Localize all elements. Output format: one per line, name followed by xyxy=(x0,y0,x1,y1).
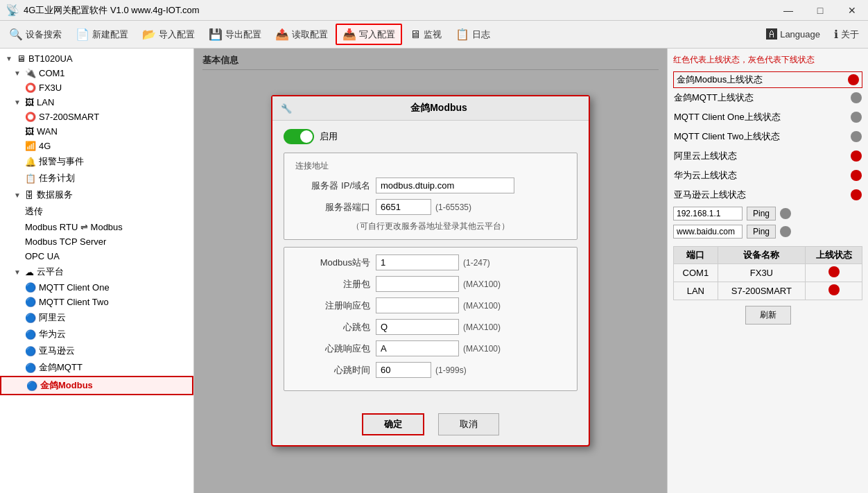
status-huawei-label: 华为云上线状态 xyxy=(674,169,737,182)
sidebar-item-huawei[interactable]: 🔵 华为云 xyxy=(0,326,193,343)
table-row: LAN S7-200SMART xyxy=(674,282,862,300)
monitor-button[interactable]: 🖥 监视 xyxy=(403,25,448,44)
expand-arrow: ▼ xyxy=(6,55,14,62)
ping-input-2[interactable] xyxy=(673,225,743,239)
col-port: 端口 xyxy=(674,247,718,264)
alarm-icon: 🔔 xyxy=(25,157,36,167)
sidebar-item-opc-ua[interactable]: OPC UA xyxy=(0,249,193,263)
sidebar-item-4g[interactable]: ▶ 📶 4G xyxy=(0,139,193,153)
modbus-id-label: Modbus站号 xyxy=(293,257,376,269)
heartbeat-ack-input[interactable] xyxy=(376,340,459,356)
search-button[interactable]: 🔍 设备搜索 xyxy=(3,24,68,44)
amazon-icon: 🔵 xyxy=(25,346,36,356)
log-icon: 📋 xyxy=(455,28,469,41)
sidebar-item-lan[interactable]: ▼ 🖼 LAN xyxy=(0,95,193,110)
connection-legend: 连接地址 xyxy=(293,160,568,172)
ping-button-2[interactable]: Ping xyxy=(747,225,776,239)
sidebar-item-modbus-rtu[interactable]: Modbus RTU ⇌ Modbus xyxy=(0,220,193,234)
col-status: 上线状态 xyxy=(806,247,862,264)
sidebar-item-com1[interactable]: ▼ 🔌 COM1 xyxy=(0,66,193,80)
status-mqtt1: MQTT Client One上线状态 xyxy=(673,107,862,127)
sidebar-item-cloud[interactable]: ▼ ☁ 云平台 xyxy=(0,263,193,280)
table-row: COM1 FX3U xyxy=(674,264,862,282)
mqtt1-icon: 🔵 xyxy=(25,282,36,293)
sidebar-item-task[interactable]: ▶ 📋 任务计划 xyxy=(0,170,193,187)
sidebar-item-bt1020u[interactable]: ▼ 🖥 BT1020UA xyxy=(0,51,193,66)
maximize-button[interactable]: □ xyxy=(804,0,836,21)
sidebar-item-alarm[interactable]: ▶ 🔔 报警与事件 xyxy=(0,153,193,170)
write-config-button[interactable]: 📥 写入配置 xyxy=(336,24,402,45)
heartbeat-label: 心跳包 xyxy=(293,321,376,334)
sidebar-item-jinghe-modbus[interactable]: 🔵 金鸽Modbus xyxy=(0,376,193,395)
status-mqtt1-label: MQTT Client One上线状态 xyxy=(674,111,781,123)
col-device: 设备名称 xyxy=(718,247,805,264)
register-label: 注册包 xyxy=(293,278,376,291)
register-row: 注册包 (MAX100) xyxy=(293,276,568,292)
sidebar-item-aliyun[interactable]: 🔵 阿里云 xyxy=(0,309,193,326)
register-input[interactable] xyxy=(376,276,459,292)
heartbeat-max: (MAX100) xyxy=(463,322,501,332)
register-ack-row: 注册响应包 (MAX100) xyxy=(293,297,568,313)
sidebar-item-mqtt1[interactable]: 🔵 MQTT Client One xyxy=(0,280,193,295)
sidebar-item-fx3u[interactable]: ⭕ FX3U xyxy=(0,80,193,95)
settings-group: Modbus站号 (1-247) 注册包 (MAX100) 注册响应包 xyxy=(284,247,578,391)
4g-icon: 📶 xyxy=(25,141,36,151)
ping-button-1[interactable]: Ping xyxy=(747,207,776,220)
sidebar-item-s7200[interactable]: ⭕ S7-200SMART xyxy=(0,110,193,124)
read-config-button[interactable]: 📤 读取配置 xyxy=(269,24,334,44)
sidebar-item-amazon[interactable]: 🔵 亚马逊云 xyxy=(0,343,193,359)
sidebar-item-data-service[interactable]: ▼ 🗄 数据服务 xyxy=(0,187,193,203)
server-ip-label: 服务器 IP/域名 xyxy=(293,180,376,192)
row-device-2: S7-200SMART xyxy=(718,282,805,300)
status-huawei: 华为云上线状态 xyxy=(673,166,862,185)
server-ip-row: 服务器 IP/域名 xyxy=(293,178,568,193)
read-icon: 📤 xyxy=(275,28,289,41)
heartbeat-input[interactable] xyxy=(376,319,459,335)
modal-title: 金鸽Modbus xyxy=(297,102,580,114)
titlebar: 📡 4G工业网关配置软件 V1.0 www.4g-IOT.com — □ ✕ xyxy=(0,0,868,21)
bt1020u-icon: 🖥 xyxy=(17,53,26,64)
cancel-button[interactable]: 取消 xyxy=(438,413,499,435)
aliyun-icon: 🔵 xyxy=(25,313,36,323)
sidebar-item-wan[interactable]: ▶ 🖼 WAN xyxy=(0,124,193,139)
ping-input-1[interactable] xyxy=(673,207,743,220)
modbus-id-input[interactable] xyxy=(376,254,459,270)
status-jinghe-mqtt: 金鸽MQTT上线状态 xyxy=(673,88,862,107)
server-port-input[interactable] xyxy=(376,199,431,215)
status-hint: 红色代表上线状态，灰色代表下线状态 xyxy=(673,54,862,66)
server-ip-input[interactable] xyxy=(376,178,514,193)
heartbeat-interval-input[interactable] xyxy=(376,362,431,378)
new-config-button[interactable]: 📄 新建配置 xyxy=(69,24,134,44)
modal-icon: 🔧 xyxy=(281,103,292,114)
about-button[interactable]: ℹ 关于 xyxy=(828,24,865,44)
sidebar-item-mqtt2[interactable]: 🔵 MQTT Client Two xyxy=(0,295,193,309)
fx3u-icon: ⭕ xyxy=(25,83,36,93)
sidebar: ▼ 🖥 BT1020UA ▼ 🔌 COM1 ⭕ FX3U ▼ 🖼 LAN ⭕ S… xyxy=(0,49,194,493)
confirm-button[interactable]: 确定 xyxy=(362,413,424,435)
status-huawei-dot xyxy=(851,170,862,181)
enable-toggle[interactable] xyxy=(284,129,314,144)
close-button[interactable]: ✕ xyxy=(836,0,868,21)
expand-arrow-com1: ▼ xyxy=(14,69,22,77)
ping-row-1: Ping xyxy=(673,205,862,223)
language-button[interactable]: 🅰 Language xyxy=(760,25,826,44)
minimize-button[interactable]: — xyxy=(772,0,804,21)
row-status-1 xyxy=(806,264,862,282)
server-port-range: (1-65535) xyxy=(435,202,471,212)
import-config-button[interactable]: 📂 导入配置 xyxy=(136,24,201,44)
sidebar-item-modbus-tcp[interactable]: Modbus TCP Server xyxy=(0,234,193,249)
register-max: (MAX100) xyxy=(463,279,501,289)
sidebar-item-jinghe-mqtt[interactable]: 🔵 金鸽MQTT xyxy=(0,359,193,376)
refresh-button[interactable]: 刷新 xyxy=(745,306,791,325)
wan-icon: 🖼 xyxy=(25,126,34,137)
register-ack-input[interactable] xyxy=(376,297,459,313)
sidebar-item-tunnel[interactable]: 透传 xyxy=(0,203,193,220)
export-config-button[interactable]: 💾 导出配置 xyxy=(202,24,268,44)
heartbeat-ack-max: (MAX100) xyxy=(463,344,501,354)
modbus-id-range: (1-247) xyxy=(463,258,490,268)
status-mqtt2-dot xyxy=(851,131,862,142)
log-button[interactable]: 📋 日志 xyxy=(449,24,496,44)
export-icon: 💾 xyxy=(209,28,223,41)
heartbeat-ack-row: 心跳响应包 (MAX100) xyxy=(293,340,568,356)
modal-header: 🔧 金鸽Modbus xyxy=(272,96,589,121)
